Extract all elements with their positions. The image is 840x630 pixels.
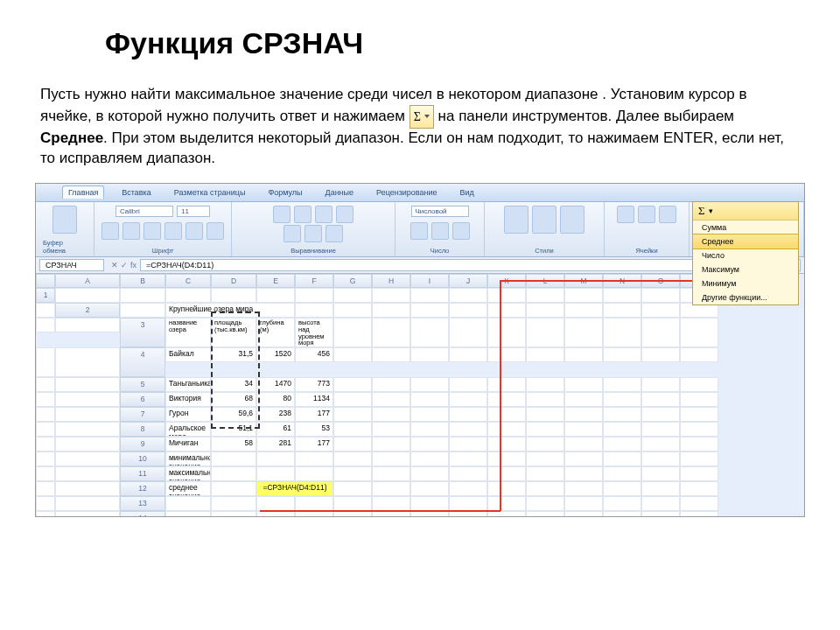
row-header[interactable]: 13 <box>120 496 165 511</box>
cell[interactable]: высота над уровнем моря <box>295 318 333 347</box>
row-header[interactable]: 3 <box>120 318 165 347</box>
corner-cell[interactable] <box>36 274 55 288</box>
cell[interactable] <box>641 392 680 407</box>
cell[interactable] <box>120 288 165 303</box>
cell[interactable] <box>372 407 410 422</box>
cell[interactable]: 61 <box>256 422 295 437</box>
cell[interactable]: 59,6 <box>211 407 256 422</box>
cell[interactable] <box>680 392 718 407</box>
cell[interactable] <box>410 437 449 452</box>
cell[interactable] <box>449 422 487 437</box>
row-header[interactable]: 8 <box>120 422 165 437</box>
merge-icon[interactable] <box>326 225 343 242</box>
format-cell-icon[interactable] <box>659 206 676 223</box>
cell[interactable] <box>641 288 680 303</box>
cell[interactable] <box>564 452 603 466</box>
cell[interactable] <box>55 466 120 481</box>
cell[interactable] <box>211 511 256 517</box>
column-header[interactable]: F <box>295 274 333 288</box>
cell[interactable] <box>603 422 641 437</box>
cell[interactable] <box>641 511 680 517</box>
cell[interactable] <box>36 347 55 377</box>
active-formula-cell[interactable]: =СРЗНАЧ(D4:D11) <box>256 481 333 496</box>
cell[interactable] <box>36 452 55 466</box>
cell[interactable] <box>449 303 487 318</box>
cell[interactable] <box>55 392 120 407</box>
cell[interactable] <box>564 466 603 481</box>
autosum-item-sum[interactable]: Сумма <box>693 220 798 234</box>
cell[interactable] <box>641 422 680 437</box>
cell[interactable]: Крупнейшие озера мира <box>165 303 295 318</box>
row-header[interactable]: 7 <box>120 407 165 422</box>
cell[interactable] <box>449 347 487 362</box>
cell[interactable] <box>372 466 410 481</box>
cell[interactable] <box>526 318 564 347</box>
cell[interactable] <box>410 481 449 496</box>
cell[interactable]: 53 <box>295 422 333 437</box>
cell[interactable] <box>449 452 487 466</box>
cell[interactable] <box>295 452 333 466</box>
cell[interactable] <box>256 452 295 466</box>
cell[interactable] <box>603 347 641 362</box>
cell[interactable] <box>372 318 410 347</box>
cell[interactable] <box>564 496 603 511</box>
cell[interactable] <box>211 496 256 511</box>
bold-icon[interactable] <box>102 222 119 240</box>
cell[interactable] <box>410 392 449 407</box>
cell[interactable] <box>526 377 564 392</box>
cell[interactable] <box>36 481 55 496</box>
cell[interactable] <box>526 481 564 496</box>
cell[interactable]: минимальное значение <box>165 452 211 466</box>
cell[interactable]: 177 <box>295 407 333 422</box>
cell[interactable] <box>526 422 564 437</box>
cell[interactable] <box>36 437 55 452</box>
font-name-select[interactable]: Calibri <box>116 206 173 217</box>
column-header[interactable]: G <box>333 274 372 288</box>
row-header[interactable]: 10 <box>120 452 165 466</box>
cell-styles-icon[interactable] <box>560 206 584 234</box>
cell[interactable] <box>36 407 55 422</box>
cell[interactable] <box>487 303 526 318</box>
cell[interactable] <box>680 422 718 437</box>
cell[interactable] <box>603 303 641 318</box>
column-header[interactable]: A <box>55 274 120 288</box>
cell[interactable] <box>526 511 564 517</box>
cell[interactable] <box>603 496 641 511</box>
cell[interactable]: 31,5 <box>211 347 256 362</box>
cell[interactable] <box>410 452 449 466</box>
cell[interactable] <box>603 452 641 466</box>
align-icon[interactable] <box>315 206 332 223</box>
autosum-item-max[interactable]: Максимум <box>693 262 798 276</box>
cell[interactable] <box>603 392 641 407</box>
cell[interactable] <box>487 511 526 517</box>
cell[interactable] <box>256 511 295 517</box>
cell[interactable] <box>680 347 718 362</box>
cell[interactable]: Мичиган <box>165 437 211 452</box>
underline-icon[interactable] <box>144 222 161 240</box>
number-format-select[interactable]: Числовой <box>411 206 469 217</box>
tab-view[interactable]: Вид <box>455 186 480 199</box>
cell[interactable] <box>487 452 526 466</box>
cell[interactable]: 80 <box>256 392 295 407</box>
cell[interactable] <box>641 303 680 318</box>
cell[interactable] <box>526 466 564 481</box>
cell[interactable] <box>641 407 680 422</box>
cell[interactable] <box>603 318 641 347</box>
row-header[interactable]: 11 <box>120 466 165 481</box>
cell[interactable]: глубина (м) <box>256 318 295 347</box>
tab-data[interactable]: Данные <box>320 186 360 199</box>
cell[interactable] <box>256 496 295 511</box>
cond-format-icon[interactable] <box>504 206 528 234</box>
row-header[interactable]: 6 <box>120 392 165 407</box>
autosum-item-average[interactable]: Среднее <box>692 234 799 249</box>
cell[interactable]: 1470 <box>256 377 295 392</box>
cell[interactable]: Таньганьика <box>165 377 211 392</box>
cell[interactable] <box>333 407 372 422</box>
cell[interactable] <box>36 392 55 407</box>
cell[interactable] <box>603 437 641 452</box>
cell[interactable] <box>564 377 603 392</box>
align-icon[interactable] <box>284 225 301 242</box>
font-color-icon[interactable] <box>206 222 224 240</box>
cell[interactable] <box>487 288 526 303</box>
cell[interactable]: название озера <box>165 318 211 347</box>
